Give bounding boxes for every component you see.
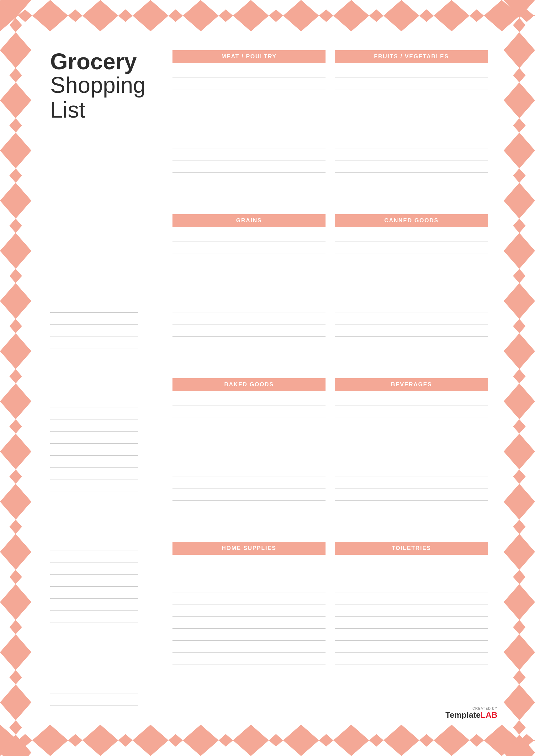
category-write-line[interactable] <box>335 66 488 77</box>
left-write-line[interactable] <box>50 515 138 527</box>
left-write-line[interactable] <box>50 670 138 682</box>
category-write-line[interactable] <box>173 325 325 337</box>
left-write-line[interactable] <box>50 563 138 575</box>
category-write-line[interactable] <box>173 241 325 253</box>
left-write-line[interactable] <box>50 610 138 622</box>
left-write-line[interactable] <box>50 360 138 372</box>
left-write-line[interactable] <box>50 456 138 467</box>
category-write-line[interactable] <box>173 441 325 453</box>
category-write-line[interactable] <box>173 417 325 429</box>
left-write-line[interactable] <box>50 575 138 587</box>
left-write-line[interactable] <box>50 467 138 479</box>
category-write-line[interactable] <box>173 653 325 664</box>
left-write-line[interactable] <box>50 324 138 336</box>
category-write-line[interactable] <box>335 289 488 301</box>
category-write-line[interactable] <box>335 441 488 453</box>
category-write-line[interactable] <box>335 301 488 313</box>
category-write-line[interactable] <box>335 137 488 149</box>
left-write-line[interactable] <box>50 587 138 599</box>
category-write-line[interactable] <box>335 125 488 137</box>
category-write-line[interactable] <box>335 593 488 605</box>
category-write-line[interactable] <box>173 641 325 653</box>
left-write-line[interactable] <box>50 313 138 324</box>
category-write-line[interactable] <box>173 593 325 605</box>
category-write-line[interactable] <box>173 605 325 617</box>
category-write-line[interactable] <box>173 313 325 325</box>
left-write-line[interactable] <box>50 539 138 551</box>
category-write-line[interactable] <box>335 89 488 101</box>
category-write-line[interactable] <box>173 161 325 173</box>
category-write-line[interactable] <box>173 66 325 77</box>
category-write-line[interactable] <box>173 489 325 501</box>
category-write-line[interactable] <box>335 149 488 161</box>
category-write-line[interactable] <box>173 477 325 489</box>
left-write-line[interactable] <box>50 491 138 503</box>
left-write-line[interactable] <box>50 349 138 360</box>
left-write-line[interactable] <box>50 646 138 658</box>
category-write-line[interactable] <box>173 149 325 161</box>
left-write-line[interactable] <box>50 301 138 313</box>
category-write-line[interactable] <box>173 629 325 641</box>
category-write-line[interactable] <box>335 453 488 465</box>
category-write-line[interactable] <box>335 489 488 501</box>
left-write-line[interactable] <box>50 432 138 444</box>
left-write-line[interactable] <box>50 444 138 456</box>
left-write-line[interactable] <box>50 694 138 706</box>
category-write-line[interactable] <box>173 581 325 593</box>
category-write-line[interactable] <box>335 161 488 173</box>
left-write-line[interactable] <box>50 622 138 634</box>
category-write-line[interactable] <box>335 417 488 429</box>
category-write-line[interactable] <box>173 77 325 89</box>
category-write-line[interactable] <box>335 465 488 477</box>
category-write-line[interactable] <box>335 569 488 581</box>
category-write-line[interactable] <box>173 465 325 477</box>
category-write-line[interactable] <box>335 581 488 593</box>
category-write-line[interactable] <box>173 557 325 569</box>
category-write-line[interactable] <box>335 101 488 113</box>
left-write-line[interactable] <box>50 599 138 610</box>
category-write-line[interactable] <box>173 125 325 137</box>
left-write-line[interactable] <box>50 384 138 396</box>
category-write-line[interactable] <box>335 277 488 289</box>
left-write-line[interactable] <box>50 336 138 349</box>
left-write-line[interactable] <box>50 503 138 515</box>
category-write-line[interactable] <box>335 113 488 125</box>
left-write-line[interactable] <box>50 634 138 646</box>
category-write-line[interactable] <box>335 313 488 325</box>
category-write-line[interactable] <box>173 569 325 581</box>
category-write-line[interactable] <box>335 557 488 569</box>
category-write-line[interactable] <box>173 253 325 265</box>
category-write-line[interactable] <box>173 617 325 629</box>
category-write-line[interactable] <box>335 241 488 253</box>
category-write-line[interactable] <box>173 394 325 406</box>
category-write-line[interactable] <box>335 265 488 277</box>
category-write-line[interactable] <box>335 477 488 489</box>
left-write-line[interactable] <box>50 551 138 563</box>
category-write-line[interactable] <box>173 301 325 313</box>
category-write-line[interactable] <box>335 605 488 617</box>
category-write-line[interactable] <box>173 429 325 441</box>
category-write-line[interactable] <box>173 101 325 113</box>
category-write-line[interactable] <box>335 653 488 664</box>
left-write-line[interactable] <box>50 408 138 420</box>
category-write-line[interactable] <box>335 394 488 406</box>
left-write-line[interactable] <box>50 396 138 408</box>
category-write-line[interactable] <box>173 113 325 125</box>
category-write-line[interactable] <box>173 406 325 417</box>
category-write-line[interactable] <box>173 230 325 241</box>
left-write-line[interactable] <box>50 372 138 384</box>
category-write-line[interactable] <box>335 617 488 629</box>
category-write-line[interactable] <box>173 265 325 277</box>
left-write-line[interactable] <box>50 479 138 491</box>
left-write-line[interactable] <box>50 682 138 694</box>
category-write-line[interactable] <box>335 406 488 417</box>
category-write-line[interactable] <box>173 89 325 101</box>
left-write-line[interactable] <box>50 420 138 432</box>
category-write-line[interactable] <box>173 289 325 301</box>
category-write-line[interactable] <box>335 253 488 265</box>
category-write-line[interactable] <box>335 230 488 241</box>
category-write-line[interactable] <box>335 429 488 441</box>
category-write-line[interactable] <box>335 77 488 89</box>
category-write-line[interactable] <box>335 325 488 337</box>
category-write-line[interactable] <box>173 277 325 289</box>
